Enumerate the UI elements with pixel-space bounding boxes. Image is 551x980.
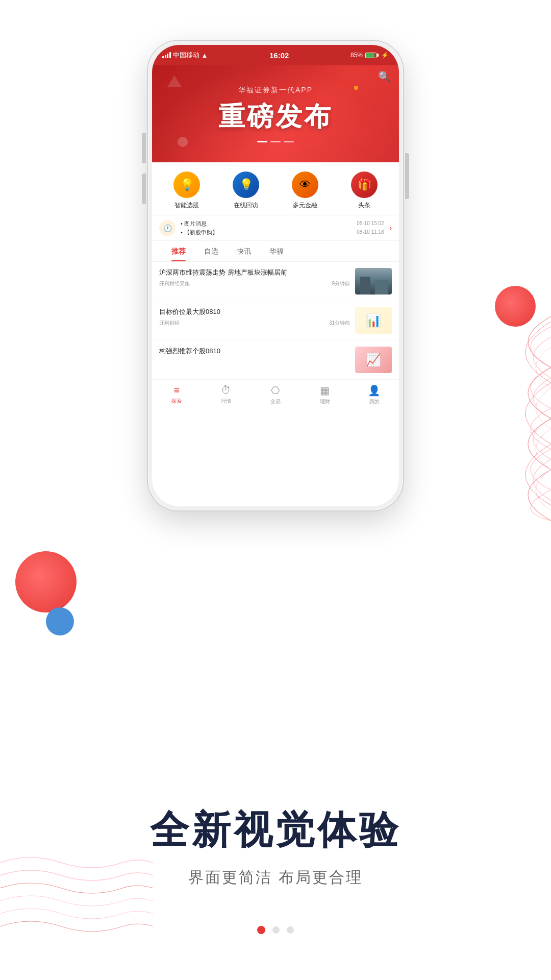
news-list: 沪深两市维持震荡走势 房地产板块涨幅居前 开利财经采集 9分钟前 目标价位最大股…	[152, 262, 399, 380]
banner-dots	[257, 141, 294, 142]
search-icon[interactable]: 🔍	[378, 70, 391, 83]
news-title-1: 沪深两市维持震荡走势 房地产板块涨幅居前	[159, 268, 350, 277]
quick-item-stock[interactable]: 💡 智能选股	[173, 172, 200, 210]
news-content-3: 构强烈推荐个股0810	[159, 347, 350, 359]
quick-menu: 💡 智能选股 💡 在线回访 👁 多元金融 🎁 头条	[152, 162, 399, 215]
banner-subtitle: 华福证券新一代APP	[238, 86, 313, 95]
ticker-content: • 图片消息 08-10 15:02 • 【新股申购】 08-10 11:18	[181, 219, 384, 236]
battery-icon	[365, 53, 379, 58]
ticker-text-2: • 【新股申购】	[181, 228, 218, 237]
nav-profile-icon: 👤	[368, 384, 381, 397]
status-bar: 中国移动 ▲ 16:02 85% ⚡	[152, 45, 399, 65]
nav-trade-label: 交易	[270, 398, 281, 405]
tab-news[interactable]: 快讯	[228, 241, 260, 261]
nav-wealth-icon: ▦	[320, 384, 330, 397]
quick-label-stock: 智能选股	[174, 201, 199, 210]
tab-watchlist[interactable]: 自选	[195, 241, 228, 261]
nav-trade[interactable]: ⎔ 交易	[260, 384, 291, 405]
signal-icon	[162, 52, 171, 58]
banner-title: 重磅发布	[218, 99, 333, 135]
news-source-2: 开利财经	[159, 320, 180, 327]
ticker-time-2: 08-10 11:18	[357, 228, 384, 237]
news-tabs: 推荐 自选 快讯 华福	[152, 241, 399, 262]
nav-market[interactable]: ⏱ 行情	[211, 384, 241, 405]
status-left: 中国移动 ▲	[162, 51, 208, 60]
nav-explore[interactable]: ≡ 探索	[161, 384, 192, 405]
ticker-arrow-icon: ›	[389, 224, 392, 233]
news-thumb-1	[355, 268, 392, 295]
status-time: 16:02	[269, 51, 289, 60]
news-source-1: 开利财经采集	[159, 280, 190, 287]
bottom-section: 全新视觉体验 界面更简洁 布局更合理	[0, 804, 551, 888]
news-title-2: 目标价位最大股0810	[159, 307, 350, 316]
nav-profile[interactable]: 👤 我的	[359, 384, 390, 405]
nav-explore-icon: ≡	[174, 384, 180, 396]
quick-icon-headline: 🎁	[351, 172, 378, 198]
quick-icon-visit: 💡	[233, 172, 259, 198]
quick-label-visit: 在线回访	[234, 201, 258, 210]
quick-item-finance[interactable]: 👁 多元金融	[292, 172, 318, 210]
ticker-time-1: 08-10 15:02	[357, 219, 384, 228]
nav-wealth[interactable]: ▦ 理财	[310, 384, 340, 405]
banner-deco-circle	[178, 137, 188, 147]
banner: 🔍 华福证券新一代APP 重磅发布	[152, 65, 399, 162]
news-item-1[interactable]: 沪深两市维持震荡走势 房地产板块涨幅居前 开利财经采集 9分钟前	[152, 262, 399, 301]
nav-market-icon: ⏱	[221, 384, 231, 396]
bottom-nav: ≡ 探索 ⏱ 行情 ⎔ 交易 ▦ 理财 👤 我的	[152, 380, 399, 408]
phone-btn-power	[405, 153, 409, 199]
tab-huafu[interactable]: 华福	[260, 241, 293, 261]
ticker-icon: 🕐	[159, 220, 176, 236]
quick-item-visit[interactable]: 💡 在线回访	[233, 172, 259, 210]
news-title-3: 构强烈推荐个股0810	[159, 347, 350, 356]
news-time-1: 9分钟前	[332, 280, 350, 287]
ticker-text-1: • 图片消息	[181, 219, 207, 228]
phone-mockup: 中国移动 ▲ 16:02 85% ⚡ 🔍	[148, 41, 403, 510]
ticker-bar[interactable]: 🕐 • 图片消息 08-10 15:02 • 【新股申购】 08-10 11:1…	[152, 215, 399, 241]
phone-btn-volume-down	[142, 174, 146, 204]
page-dot-3[interactable]	[287, 926, 294, 934]
banner-dot-1[interactable]	[257, 141, 267, 142]
news-content-2: 目标价位最大股0810 开利财经 31分钟前	[159, 307, 350, 327]
main-title: 全新视觉体验	[0, 804, 551, 857]
page-dots	[257, 926, 294, 934]
charging-icon: ⚡	[381, 52, 389, 59]
sub-title: 界面更简洁 布局更合理	[0, 867, 551, 888]
wave-lines-right	[469, 316, 551, 521]
carrier-label: 中国移动	[173, 51, 199, 60]
deco-circle-blue-left	[46, 607, 74, 635]
tab-recommended[interactable]: 推荐	[162, 241, 195, 261]
quick-icon-stock: 💡	[173, 172, 200, 198]
wifi-icon: ▲	[202, 52, 208, 59]
nav-explore-label: 探索	[171, 398, 182, 405]
news-item-3[interactable]: 构强烈推荐个股0810	[152, 340, 399, 380]
quick-label-finance: 多元金融	[293, 201, 317, 210]
banner-dot-3[interactable]	[284, 141, 294, 142]
news-time-2: 31分钟前	[329, 320, 350, 327]
status-right: 85% ⚡	[350, 52, 389, 59]
quick-item-headline[interactable]: 🎁 头条	[351, 172, 378, 210]
banner-dot-2[interactable]	[270, 141, 281, 142]
news-thumb-2	[355, 307, 392, 334]
nav-wealth-label: 理财	[320, 398, 330, 405]
phone-btn-volume-up	[142, 133, 146, 163]
banner-deco-triangle	[167, 76, 182, 87]
nav-profile-label: 我的	[369, 398, 380, 405]
page-dot-1[interactable]	[257, 926, 265, 934]
quick-icon-finance: 👁	[292, 172, 318, 198]
nav-trade-icon: ⎔	[271, 384, 280, 397]
deco-circle-red-left	[15, 551, 77, 612]
news-item-2[interactable]: 目标价位最大股0810 开利财经 31分钟前	[152, 301, 399, 340]
page-dot-2[interactable]	[272, 926, 280, 934]
news-thumb-3	[355, 347, 392, 373]
battery-percent: 85%	[350, 52, 363, 59]
banner-deco-dot	[354, 86, 358, 90]
news-content-1: 沪深两市维持震荡走势 房地产板块涨幅居前 开利财经采集 9分钟前	[159, 268, 350, 287]
nav-market-label: 行情	[221, 398, 231, 405]
quick-label-headline: 头条	[358, 201, 370, 210]
